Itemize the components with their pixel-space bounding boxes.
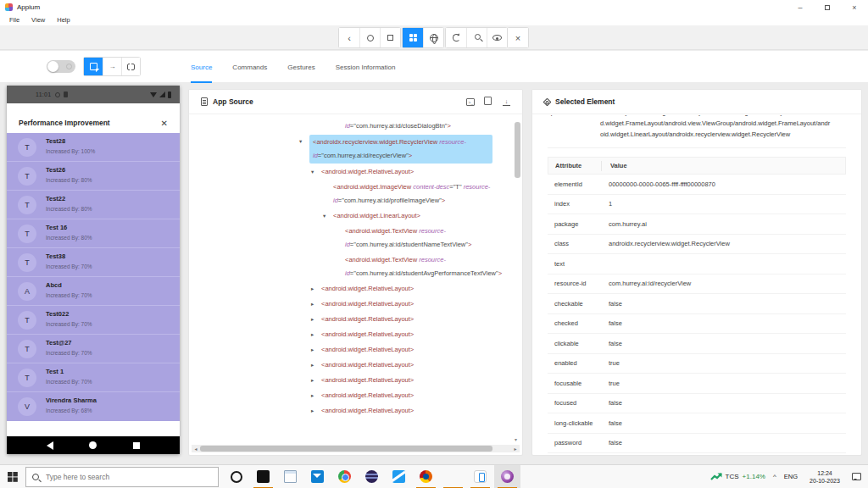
- taskbar-app-mail[interactable]: [304, 465, 331, 488]
- taskbar-app-cortana[interactable]: [223, 465, 249, 488]
- vertical-scrollbar[interactable]: ▾: [515, 117, 520, 442]
- scroll-left-icon[interactable]: ◂: [192, 446, 200, 452]
- expand-arrow-icon[interactable]: ▸: [311, 374, 321, 387]
- expand-arrow-icon[interactable]: ▸: [311, 389, 321, 402]
- source-tree-node[interactable]: ▸<android.widget.RelativeLayout>: [189, 328, 513, 341]
- source-tree-node[interactable]: ▸<android.widget.RelativeLayout>: [189, 374, 513, 387]
- wifi-icon: [150, 92, 157, 97]
- expand-arrow-icon[interactable]: ▸: [311, 343, 321, 357]
- taskbar-app-eclipse2[interactable]: [440, 465, 466, 488]
- tab-session-information[interactable]: Session Information: [326, 51, 406, 83]
- menu-view[interactable]: View: [25, 16, 51, 24]
- tap-by-coordinates-button[interactable]: [121, 58, 140, 75]
- xpath-label: xpath: [548, 115, 600, 140]
- horizontal-scroll-thumb[interactable]: [200, 446, 492, 452]
- expand-arrow-icon[interactable]: ▸: [311, 297, 321, 311]
- xpath-codebox-icon[interactable]: >_: [466, 98, 475, 106]
- screenshot-view-button[interactable]: [487, 28, 507, 47]
- nav-back-icon[interactable]: [47, 441, 53, 450]
- nav-recents-icon[interactable]: [133, 442, 140, 449]
- download-source-icon[interactable]: ↓: [503, 98, 510, 106]
- source-tree-node[interactable]: ▾<android.widget.LinearLayout>: [189, 209, 513, 223]
- dialog-close-icon[interactable]: ✕: [161, 119, 168, 128]
- phone-screen[interactable]: Performance Improvement ✕ TTest28Increas…: [7, 103, 180, 436]
- taskbar-app-browser2[interactable]: [413, 465, 439, 488]
- tab-source[interactable]: Source: [181, 51, 222, 83]
- taskbar-search[interactable]: [25, 467, 219, 487]
- tray-expand-icon[interactable]: ^: [773, 473, 776, 480]
- web-context-button[interactable]: [423, 28, 443, 47]
- list-item[interactable]: TTest 16Increased By: 80%: [7, 219, 180, 248]
- scroll-down-icon[interactable]: ▾: [515, 436, 517, 442]
- device-screenshot-panel[interactable]: 11:01 Performance Improvement ✕ TTest28I…: [7, 86, 180, 454]
- list-item[interactable]: TTest38Increased By: 70%: [7, 248, 180, 277]
- search-input[interactable]: [44, 472, 212, 482]
- tab-commands[interactable]: Commands: [222, 51, 277, 83]
- language-indicator[interactable]: ENG: [784, 473, 798, 480]
- nav-home-icon[interactable]: [89, 441, 97, 449]
- tab-gestures[interactable]: Gestures: [277, 51, 325, 83]
- android-back-button[interactable]: ‹: [339, 28, 359, 47]
- swipe-by-coordinates-button[interactable]: →: [103, 58, 121, 75]
- expand-arrow-icon[interactable]: ▸: [311, 358, 321, 372]
- restore-button[interactable]: [814, 0, 841, 14]
- notification-center-icon[interactable]: [852, 473, 861, 480]
- collapse-arrow-icon[interactable]: ▾: [299, 135, 309, 148]
- expand-arrow-icon[interactable]: ▸: [311, 328, 321, 341]
- taskbar-app-eclipse[interactable]: [359, 465, 385, 488]
- list-item[interactable]: TTest28Increased By: 100%: [7, 133, 180, 162]
- source-tree-node[interactable]: id="com.hurrey.ai:id/closeDialogBtn">: [189, 119, 513, 133]
- clock-widget[interactable]: 12:24 20-10-2023: [805, 469, 844, 485]
- menu-help[interactable]: Help: [51, 16, 75, 24]
- source-tree-node[interactable]: <android.widget.ImageView content-desc="…: [189, 180, 513, 208]
- horizontal-scrollbar[interactable]: ◂ ▸: [192, 445, 520, 452]
- list-item[interactable]: TTest22Increased By: 80%: [7, 191, 180, 219]
- menu-file[interactable]: File: [3, 16, 25, 24]
- taskbar-app-chrome[interactable]: [331, 465, 358, 488]
- copy-source-icon[interactable]: [486, 98, 492, 105]
- list-item[interactable]: TTest26Increased By: 80%: [7, 162, 180, 191]
- expand-arrow-icon[interactable]: ▸: [311, 282, 321, 296]
- source-tree-node[interactable]: ▸<android.widget.RelativeLayout>: [189, 389, 513, 402]
- source-tree-node[interactable]: ▸<android.widget.RelativeLayout>: [189, 313, 513, 326]
- start-button[interactable]: [0, 465, 25, 488]
- source-tree-node[interactable]: ▸<android.widget.RelativeLayout>: [189, 404, 513, 418]
- source-tree-node[interactable]: ▾<androidx.recyclerview.widget.RecyclerV…: [189, 135, 513, 164]
- native-app-mode-button[interactable]: [403, 28, 423, 47]
- expand-arrow-icon[interactable]: ▸: [311, 404, 321, 418]
- source-tree-node[interactable]: ▸<android.widget.RelativeLayout>: [189, 343, 513, 357]
- quit-session-button[interactable]: ×: [508, 28, 528, 47]
- minimize-button[interactable]: –: [787, 0, 814, 14]
- taskbar-app-appium[interactable]: [494, 465, 520, 488]
- close-button[interactable]: ×: [841, 0, 868, 14]
- collapse-arrow-icon[interactable]: ▾: [311, 165, 321, 179]
- android-overview-button[interactable]: [380, 28, 400, 47]
- taskbar-app-vscode[interactable]: [386, 465, 412, 488]
- source-tree-node[interactable]: <android.widget.TextView resource-id="co…: [189, 225, 513, 252]
- search-elements-button[interactable]: [466, 28, 487, 47]
- source-tree-node[interactable]: <android.widget.TextView resource-id="co…: [189, 253, 513, 280]
- attribute-column-header: Attribute: [548, 162, 601, 169]
- stock-ticker-widget[interactable]: TCS +1.14%: [710, 473, 765, 481]
- taskbar-app-terminal[interactable]: [250, 465, 276, 488]
- mirror-refresh-toggle[interactable]: [47, 60, 75, 73]
- source-tree-node[interactable]: ▸<android.widget.RelativeLayout>: [189, 282, 513, 296]
- collapse-arrow-icon[interactable]: ▾: [323, 209, 333, 223]
- scroll-right-icon[interactable]: ▸: [511, 446, 520, 452]
- refresh-button[interactable]: [446, 28, 466, 47]
- vertical-scroll-thumb[interactable]: [515, 122, 520, 178]
- taskbar-app-phonemirror[interactable]: [467, 465, 493, 488]
- list-item[interactable]: TTest022Increased By: 70%: [7, 306, 180, 335]
- attribute-value: com.hurrey.ai:id/recyclerView: [600, 280, 846, 287]
- list-item[interactable]: TTest 1Increased By: 70%: [7, 363, 180, 392]
- source-tree-node[interactable]: ▸<android.widget.RelativeLayout>: [189, 358, 513, 372]
- select-elements-button[interactable]: [84, 58, 103, 75]
- android-home-button[interactable]: [359, 28, 380, 47]
- taskbar-app-notepad[interactable]: [277, 465, 303, 488]
- source-tree-node[interactable]: ▾<android.widget.RelativeLayout>: [189, 165, 513, 179]
- source-tree-node[interactable]: ▸<android.widget.RelativeLayout>: [189, 297, 513, 311]
- list-item[interactable]: VVirendra SharmaIncreased By: 68%: [7, 392, 180, 421]
- list-item[interactable]: TTest@27Increased By: 70%: [7, 335, 180, 363]
- expand-arrow-icon[interactable]: ▸: [311, 313, 321, 326]
- list-item[interactable]: AAbcdIncreased By: 70%: [7, 277, 180, 306]
